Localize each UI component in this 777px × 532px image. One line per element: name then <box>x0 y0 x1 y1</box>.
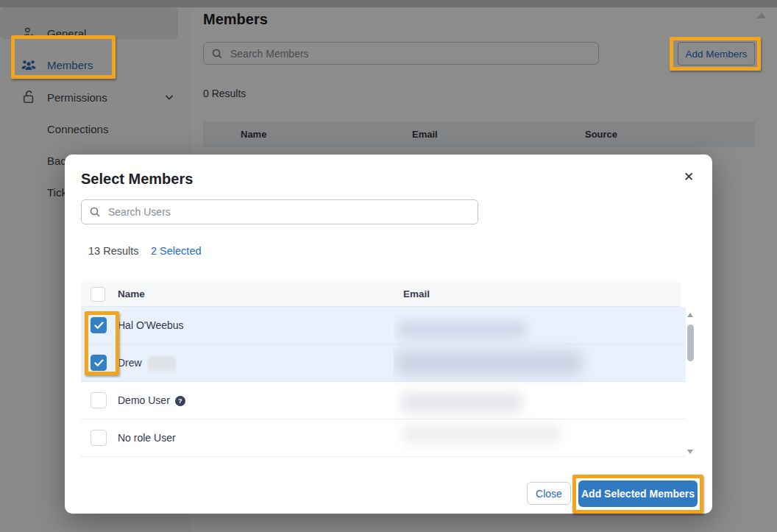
search-icon <box>89 206 101 218</box>
row-checkbox-unchecked[interactable] <box>91 430 107 446</box>
table-row[interactable]: Drew <box>81 344 686 382</box>
user-name: Hal O'Weebus <box>118 307 184 344</box>
users-search <box>81 199 478 224</box>
scrollbar-up-arrow-icon[interactable] <box>687 313 693 317</box>
close-button-label: Close <box>536 488 562 500</box>
column-header-email: Email <box>403 282 430 307</box>
user-name: Drew <box>118 344 176 382</box>
column-header-name: Name <box>118 282 145 307</box>
search-users-input[interactable] <box>81 199 478 224</box>
row-checkbox-checked[interactable] <box>91 317 107 333</box>
select-members-dialog: Select Members ✕ 13 Results 2 Selected N… <box>65 155 712 514</box>
user-name: Demo User? <box>118 382 185 419</box>
add-selected-members-label: Add Selected Members <box>581 488 695 500</box>
list-scrollbar[interactable] <box>687 313 694 454</box>
redacted-surname <box>148 356 176 371</box>
table-row[interactable]: Demo User? <box>81 382 686 419</box>
scrollbar-thumb[interactable] <box>687 324 694 361</box>
table-row[interactable]: Hal O'Weebus <box>81 307 686 344</box>
user-name: No role User <box>118 419 176 457</box>
row-checkbox-checked[interactable] <box>91 355 107 371</box>
user-name-text: Demo User <box>118 394 170 406</box>
dialog-title: Select Members <box>81 171 193 188</box>
table-row[interactable]: No role User <box>81 419 686 457</box>
selected-count-link[interactable]: 2 Selected <box>151 245 202 257</box>
dialog-results-count: 13 Results <box>88 245 139 257</box>
add-selected-members-button[interactable]: Add Selected Members <box>578 480 698 507</box>
close-button[interactable]: Close <box>527 482 571 505</box>
users-table-body: Hal O'Weebus Drew Demo User? No role Use… <box>81 307 686 457</box>
select-all-checkbox[interactable] <box>91 287 105 302</box>
scrollbar-down-arrow-icon[interactable] <box>687 450 693 454</box>
row-checkbox-unchecked[interactable] <box>91 392 107 408</box>
close-icon[interactable]: ✕ <box>680 168 698 185</box>
help-badge-icon: ? <box>175 396 185 406</box>
users-table-header: Name Email <box>81 282 681 307</box>
user-first-name: Drew <box>118 357 142 369</box>
